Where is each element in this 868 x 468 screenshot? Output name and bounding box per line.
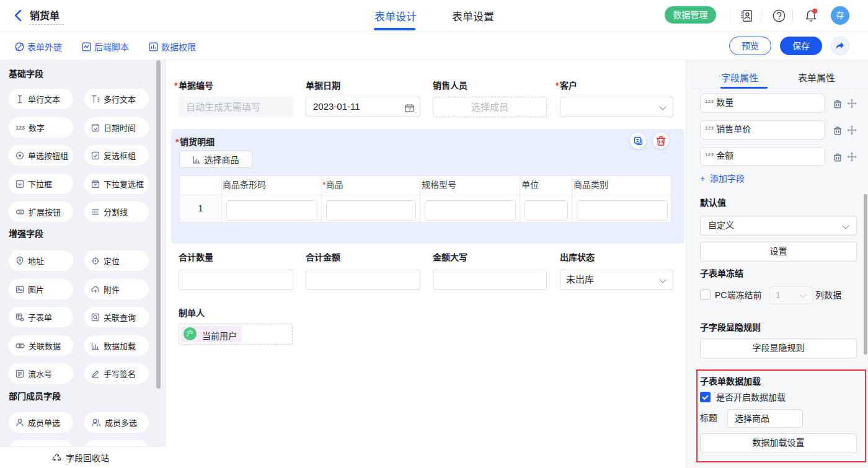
svg-text:7: 7 (409, 107, 412, 112)
